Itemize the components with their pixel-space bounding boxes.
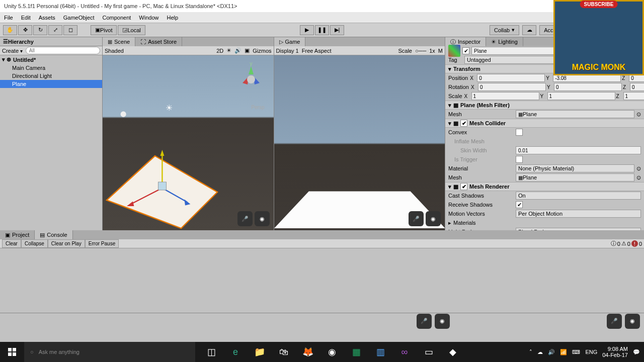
meshfilter-mesh-field[interactable]: ▦ Plane [516,110,634,118]
info-icon[interactable]: ⓘ [611,240,616,247]
vs-icon[interactable]: ∞ [392,342,417,362]
console-clearonplay[interactable]: Clear on Play [48,239,85,248]
unity-icon[interactable]: ◆ [441,342,465,362]
castshadows-dropdown[interactable]: On [516,192,641,200]
game-viewport[interactable]: 🎤 ◉ [274,55,445,230]
game-scale-slider[interactable]: ○── [415,48,426,54]
hierarchy-item-light[interactable]: Directional Light [0,72,102,80]
chrome-icon[interactable]: ◉ [320,342,344,362]
pivot-toggle[interactable]: ▣ Pivot [91,25,117,35]
object-enabled-checkbox[interactable]: ✔ [462,47,469,54]
bottom-mic2-icon[interactable]: 🎤 [607,314,622,329]
move-tool[interactable]: ✥ [18,25,32,35]
scene-light-icon[interactable]: ☀ [226,47,231,54]
rotation-y[interactable] [554,83,622,91]
hierarchy-item-plane[interactable]: Plane [0,80,102,88]
tray-up-icon[interactable]: ˄ [529,349,532,355]
menu-help[interactable]: Help [167,15,178,21]
scale-y[interactable] [547,92,615,100]
app2-icon[interactable]: ▭ [417,342,441,362]
collab-dropdown[interactable]: Collab ▾ [490,25,519,35]
meshrenderer-enabled[interactable]: ✔ [460,183,467,190]
project-tab[interactable]: ▣ Project [0,230,35,239]
game-aspect-dropdown[interactable]: Free Aspect [302,48,332,54]
rotation-z[interactable] [630,83,644,91]
play-button[interactable]: ▶ [300,25,314,35]
tray-network-icon[interactable]: 📶 [560,349,567,355]
recvshadows-checkbox[interactable]: ✔ [516,201,523,208]
tray-keyboard-icon[interactable]: ⌨ [572,349,580,355]
local-toggle[interactable]: ◲ Local [118,25,145,35]
warn-icon[interactable]: ⚠ [621,240,626,247]
persp-label[interactable]: Persp [251,105,264,110]
console-tab[interactable]: ▤ Console [35,230,72,239]
picker-icon[interactable]: ⊙ [636,165,641,172]
start-button[interactable] [0,342,24,362]
edge-icon[interactable]: e [223,342,248,362]
meshrenderer-foldout[interactable]: ▾ [448,184,451,190]
error-icon[interactable]: ! [631,240,638,247]
tray-notifications-icon[interactable]: 💬 [633,349,640,355]
scene-shading-dropdown[interactable]: Shaded [105,48,124,54]
scene-record-icon[interactable]: ◉ [255,211,270,226]
excel-icon[interactable]: ▦ [344,342,368,362]
hierarchy-item-camera[interactable]: Main Camera [0,64,102,72]
menu-component[interactable]: Component [102,15,131,21]
bottom-record2-icon[interactable]: ◉ [625,314,640,329]
step-button[interactable]: ▶| [330,25,344,35]
scene-fx-icon[interactable]: ▣ [245,47,250,54]
scene-mic-icon[interactable]: 🎤 [237,211,253,226]
scene-tab[interactable]: ⊞ Scene [103,37,135,46]
tray-volume-icon[interactable]: 🔊 [548,349,555,355]
store-icon[interactable]: 🛍 [272,342,296,362]
game-record-icon[interactable]: ◉ [426,211,441,226]
game-display-dropdown[interactable]: Display 1 [276,48,299,54]
meshcollider-foldout[interactable]: ▾ [448,120,451,127]
materials-foldout[interactable]: ▸ [448,220,451,226]
scene-viewport[interactable]: ☀ ⬤ y Persp 🎤 ◉ [103,55,274,230]
picker-icon[interactable]: ⊙ [636,174,641,181]
game-maximize[interactable]: M [438,48,443,54]
tray-onedrive-icon[interactable]: ☁ [537,349,543,355]
scene-gizmos-dropdown[interactable]: Gizmos [253,48,271,54]
lighting-tab[interactable]: ☀ Lighting [486,37,523,46]
app1-icon[interactable]: ▥ [368,342,392,362]
skinwidth-field[interactable] [516,146,641,154]
object-picker-icon[interactable]: ⊙ [636,111,641,118]
hierarchy-scene-root[interactable]: ▾ ⊛ Untitled* [0,55,102,64]
bottom-record-icon[interactable]: ◉ [435,314,450,329]
cloud-button[interactable]: ☁ [522,25,536,35]
physmat-field[interactable]: None (Physic Material) [516,164,634,172]
convex-checkbox[interactable] [516,129,523,136]
tray-clock[interactable]: 9:08 AM 04-Feb-17 [602,346,628,358]
hierarchy-tab[interactable]: ☰ Hierarchy [0,37,102,46]
console-clear[interactable]: Clear [2,239,21,248]
motionvec-dropdown[interactable]: Per Object Motion [516,210,641,218]
meshcollider-enabled[interactable]: ✔ [460,120,467,127]
console-errorpause[interactable]: Error Pause [85,239,119,248]
pause-button[interactable]: ❚❚ [315,25,329,35]
asset-store-tab[interactable]: ⛶ Asset Store [135,37,182,46]
orientation-gizmo[interactable]: y [233,60,269,101]
hand-tool[interactable]: ✋ [3,25,17,35]
scene-audio-icon[interactable]: 🔊 [234,47,242,54]
taskview-icon[interactable]: ◫ [199,342,223,362]
console-collapse[interactable]: Collapse [21,239,48,248]
scale-z[interactable] [623,92,644,100]
rotation-x[interactable] [478,83,546,91]
tray-lang[interactable]: ENG [585,349,597,355]
meshfilter-foldout[interactable]: ▾ [448,102,451,109]
rotate-tool[interactable]: ↻ [33,25,47,35]
transform-foldout[interactable]: ▾ [448,66,451,72]
scale-x[interactable] [471,92,539,100]
game-mic-icon[interactable]: 🎤 [409,211,424,226]
firefox-icon[interactable]: 🦊 [296,342,320,362]
menu-edit[interactable]: Edit [21,15,31,21]
scale-tool[interactable]: ⤢ [48,25,62,35]
console-body[interactable] [0,248,644,313]
bottom-mic-icon[interactable]: 🎤 [417,314,432,329]
menu-window[interactable]: Window [139,15,158,21]
cortana-search[interactable]: ○ Ask me anything [24,342,195,362]
menu-file[interactable]: File [4,15,13,21]
rect-tool[interactable]: ◻ [63,25,77,35]
